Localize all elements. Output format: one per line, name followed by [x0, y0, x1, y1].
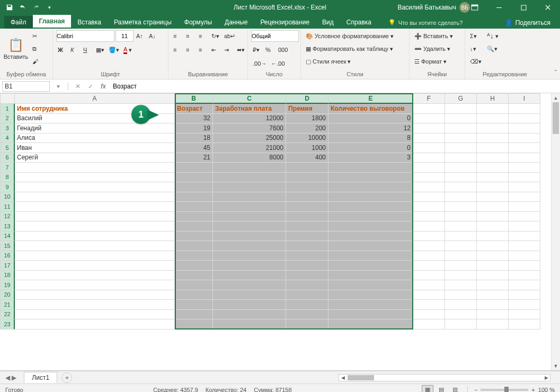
undo-icon[interactable]	[16, 1, 29, 14]
minimize-icon[interactable]	[487, 0, 511, 15]
row-header-10[interactable]: 10	[0, 192, 15, 202]
font-name-select[interactable]	[56, 30, 114, 42]
row-header-14[interactable]: 14	[0, 231, 15, 242]
cell-A16[interactable]	[15, 251, 175, 261]
row-header-4[interactable]: 4	[0, 133, 15, 144]
borders-icon[interactable]: ▦▾	[94, 44, 106, 56]
cell-A7[interactable]	[15, 163, 175, 173]
cell-H13[interactable]	[477, 221, 509, 231]
page-break-view-icon[interactable]: ▥	[449, 385, 461, 393]
increase-font-icon[interactable]: A↑	[135, 30, 146, 42]
cell-H20[interactable]	[477, 290, 509, 300]
row-header-6[interactable]: 6	[0, 153, 15, 163]
cell-B16[interactable]	[175, 251, 213, 261]
cell-I10[interactable]	[509, 192, 540, 202]
cell-D10[interactable]	[286, 192, 328, 202]
account-area[interactable]: Василий Батькавыч ВБ	[397, 2, 470, 13]
cell-F11[interactable]	[413, 202, 445, 212]
cell-F20[interactable]	[413, 290, 445, 300]
cell-E10[interactable]	[328, 192, 413, 202]
cell-H12[interactable]	[477, 212, 509, 222]
fill-color-icon[interactable]: 🪣▾	[107, 44, 121, 56]
increase-indent-icon[interactable]: ⇥	[223, 44, 234, 56]
cell-D4[interactable]: 10000	[286, 133, 328, 144]
cell-A22[interactable]	[15, 310, 175, 320]
cell-E5[interactable]: 0	[328, 143, 413, 153]
cell-E11[interactable]	[328, 202, 413, 212]
column-header-D[interactable]: D	[286, 93, 328, 104]
cell-A19[interactable]	[15, 280, 175, 290]
copy-icon[interactable]: ⧉	[31, 43, 42, 55]
column-header-F[interactable]: F	[413, 93, 445, 104]
enter-formula-icon[interactable]: ✓	[84, 83, 97, 90]
comma-format-icon[interactable]: 000	[277, 44, 289, 56]
column-headers[interactable]: ABCDEFGHI	[15, 93, 540, 104]
cell-F15[interactable]	[413, 241, 445, 251]
cell-D8[interactable]	[286, 173, 328, 183]
cell-I9[interactable]	[509, 182, 540, 192]
cell-F21[interactable]	[413, 300, 445, 310]
cell-F14[interactable]	[413, 231, 445, 242]
column-header-I[interactable]: I	[509, 93, 540, 104]
cell-G21[interactable]	[445, 300, 477, 310]
zoom-in-icon[interactable]: +	[531, 387, 535, 393]
cell-E9[interactable]	[328, 182, 413, 192]
cell-I19[interactable]	[509, 280, 540, 290]
align-center-icon[interactable]: ≡	[184, 44, 196, 56]
cell-G6[interactable]	[445, 153, 477, 163]
data-tab[interactable]: Данные	[218, 16, 254, 29]
cell-C23[interactable]	[213, 319, 286, 329]
cell-C6[interactable]: 8000	[213, 153, 286, 163]
insert-tab[interactable]: Вставка	[71, 16, 108, 29]
scroll-down-icon[interactable]: ▼	[552, 361, 560, 370]
cell-F5[interactable]	[413, 143, 445, 153]
cell-H11[interactable]	[477, 202, 509, 212]
row-header-1[interactable]: 1	[0, 104, 15, 114]
cell-H7[interactable]	[477, 163, 509, 173]
cell-I7[interactable]	[509, 163, 540, 173]
cell-G13[interactable]	[445, 221, 477, 231]
cell-G8[interactable]	[445, 173, 477, 183]
cell-G11[interactable]	[445, 202, 477, 212]
cell-C20[interactable]	[213, 290, 286, 300]
cell-G14[interactable]	[445, 231, 477, 242]
cell-G19[interactable]	[445, 280, 477, 290]
cell-I1[interactable]	[509, 104, 540, 114]
paste-button[interactable]: 📋 Вставить	[3, 30, 29, 66]
cell-G5[interactable]	[445, 143, 477, 153]
row-header-17[interactable]: 17	[0, 261, 15, 271]
cell-I16[interactable]	[509, 251, 540, 261]
row-header-11[interactable]: 11	[0, 202, 15, 212]
cell-G4[interactable]	[445, 133, 477, 144]
cell-D15[interactable]	[286, 241, 328, 251]
cell-F4[interactable]	[413, 133, 445, 144]
cell-E12[interactable]	[328, 212, 413, 222]
row-header-19[interactable]: 19	[0, 280, 15, 290]
cell-B17[interactable]	[175, 261, 213, 271]
cell-G15[interactable]	[445, 241, 477, 251]
cell-B9[interactable]	[175, 182, 213, 192]
cell-E15[interactable]	[328, 241, 413, 251]
cell-C12[interactable]	[213, 212, 286, 222]
cell-D2[interactable]: 1800	[286, 114, 328, 124]
horizontal-scrollbar[interactable]: ◀ ▶	[339, 374, 550, 381]
find-select-icon[interactable]: 🔍▾	[485, 43, 500, 55]
cell-B12[interactable]	[175, 212, 213, 222]
clear-icon[interactable]: ⌫▾	[468, 56, 483, 67]
cell-G1[interactable]	[445, 104, 477, 114]
cell-E7[interactable]	[328, 163, 413, 173]
underline-button[interactable]: Ч	[82, 44, 93, 56]
row-header-21[interactable]: 21	[0, 300, 15, 310]
row-header-2[interactable]: 2	[0, 114, 15, 124]
cell-I5[interactable]	[509, 143, 540, 153]
row-header-22[interactable]: 22	[0, 310, 15, 320]
cell-A20[interactable]	[15, 290, 175, 300]
cell-F2[interactable]	[413, 114, 445, 124]
decrease-indent-icon[interactable]: ⇤	[210, 44, 221, 56]
cell-A8[interactable]	[15, 173, 175, 183]
cell-D1[interactable]: Премия	[286, 104, 328, 114]
cell-H9[interactable]	[477, 182, 509, 192]
cell-G22[interactable]	[445, 310, 477, 320]
increase-decimal-icon[interactable]: .00→	[251, 58, 268, 69]
cell-B11[interactable]	[175, 202, 213, 212]
